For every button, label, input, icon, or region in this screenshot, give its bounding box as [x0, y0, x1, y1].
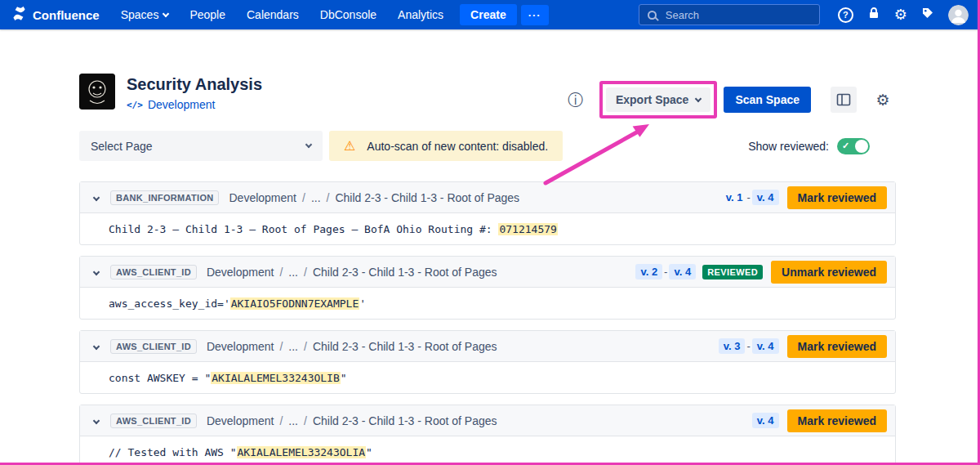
version-from-link[interactable]: v. 3 [719, 338, 746, 354]
finding-card-4: AWS_CLIENT_ID Development / ... / Child … [79, 405, 896, 465]
nav-spaces-label: Spaces [121, 8, 159, 21]
help-icon[interactable]: ? [838, 7, 853, 23]
confluence-mark-icon [11, 6, 27, 24]
main-content: Security Analysis </> Development ⓘ Expo… [0, 29, 980, 465]
version-to-link[interactable]: v. 4 [669, 264, 696, 279]
toggle-knob [855, 140, 868, 153]
sidebar-layout-button[interactable] [831, 87, 857, 113]
annotation-highlight-box: Export Space [599, 81, 717, 118]
version-to-link[interactable]: v. 4 [752, 190, 779, 205]
more-button[interactable]: ··· [521, 5, 549, 25]
collapse-chevron-icon[interactable] [93, 417, 100, 423]
info-icon[interactable]: ⓘ [568, 92, 583, 108]
chevron-down-icon [305, 141, 312, 148]
code-post: " [341, 372, 347, 384]
finding-snippet: // Tested with AWS "AKIALALEMEL33243OLIA… [80, 436, 895, 465]
version-separator: - [746, 340, 750, 352]
mark-reviewed-button[interactable]: Mark reviewed [787, 186, 888, 209]
show-reviewed-label: Show reviewed: [748, 140, 829, 153]
breadcrumb-ellipsis[interactable]: ... [311, 191, 321, 204]
export-space-button[interactable]: Export Space [606, 87, 710, 112]
breadcrumb-ellipsis[interactable]: ... [288, 340, 298, 353]
finding-breadcrumb: Development / ... / Child 2-3 - Child 1-… [207, 414, 497, 427]
nav-spaces[interactable]: Spaces [121, 8, 169, 21]
breadcrumb-space-link[interactable]: Development [229, 191, 296, 204]
breadcrumb-separator: / [302, 191, 305, 204]
breadcrumb-ellipsis[interactable]: ... [288, 414, 298, 427]
breadcrumb-space-link[interactable]: Development [207, 414, 274, 427]
tag-icon[interactable] [921, 7, 934, 23]
breadcrumb-separator: / [304, 340, 307, 353]
gear-icon: ⚙ [875, 92, 889, 108]
breadcrumb-separator: / [304, 414, 307, 427]
search-input[interactable] [664, 8, 811, 22]
finding-type-badge: BANK_INFORMATION [110, 190, 219, 205]
mark-reviewed-button[interactable]: Mark reviewed [787, 409, 888, 432]
breadcrumb-separator: / [279, 414, 283, 427]
breadcrumb-page-link[interactable]: Child 2-3 - Child 1-3 - Root of Pages [313, 340, 497, 353]
code-post: " [366, 446, 372, 458]
space-avatar[interactable] [79, 74, 115, 110]
page-header-left: Security Analysis </> Development [79, 74, 262, 126]
lock-icon[interactable] [867, 7, 880, 23]
code-match-highlight: AKIAIO5FODNN7EXAMPLE [230, 297, 360, 310]
nav-dbconsole-label: DbConsole [320, 8, 376, 21]
finding-breadcrumb: Development / ... / Child 2-3 - Child 1-… [207, 340, 497, 353]
nav-icon-group: ? ⚙ [838, 5, 969, 25]
layout-panel-icon [835, 92, 852, 108]
create-button[interactable]: Create [460, 4, 517, 25]
version-from-link[interactable]: v. 1 [724, 190, 746, 205]
version-separator: - [746, 191, 750, 203]
code-line: // Tested with AWS "AKIALALEMEL33243OLIA… [109, 446, 372, 458]
version-separator: - [664, 266, 667, 278]
breadcrumb-ellipsis[interactable]: ... [288, 266, 298, 279]
nav-people[interactable]: People [189, 8, 225, 21]
nav-calendars[interactable]: Calendars [247, 8, 299, 21]
reviewed-badge: REVIEWED [702, 265, 763, 279]
finding-header: AWS_CLIENT_ID Development / ... / Child … [80, 331, 895, 362]
breadcrumb-space-link[interactable]: Development [207, 340, 274, 353]
nav-calendars-label: Calendars [247, 8, 299, 21]
check-icon: ✓ [842, 141, 849, 151]
confluence-logo[interactable]: Confluence [11, 6, 100, 24]
finding-header: AWS_CLIENT_ID Development / ... / Child … [80, 257, 895, 288]
unmark-reviewed-button[interactable]: Unmark reviewed [771, 261, 887, 284]
filter-toolbar: Select Page ⚠ Auto-scan of new content: … [79, 131, 896, 161]
top-nav: Confluence Spaces People Calendars DbCon… [0, 0, 980, 29]
show-reviewed-toggle[interactable]: ✓ [837, 138, 870, 154]
avatar[interactable] [948, 5, 969, 25]
version-from-link[interactable]: v. 2 [635, 264, 662, 279]
collapse-chevron-icon[interactable] [93, 342, 100, 349]
breadcrumb-page-link[interactable]: Child 2-3 - Child 1-3 - Root of Pages [313, 414, 497, 427]
settings-button[interactable]: ⚙ [870, 87, 896, 113]
mark-reviewed-button[interactable]: Mark reviewed [787, 335, 888, 358]
space-link[interactable]: Development [148, 98, 216, 111]
version-to-link[interactable]: v. 4 [752, 338, 779, 354]
code-line: const AWSKEY = "AKIALALEMEL33243OLIB" [109, 372, 347, 384]
page-select-dropdown[interactable]: Select Page [79, 131, 323, 161]
collapse-chevron-icon[interactable] [93, 268, 100, 275]
app-window: Confluence Spaces People Calendars DbCon… [0, 0, 980, 465]
code-pre: // Tested with AWS " [109, 446, 237, 458]
code-pre: Child 2-3 – Child 1-3 – Root of Pages – … [109, 223, 498, 235]
primary-nav: Spaces People Calendars DbConsole Analyt… [121, 8, 443, 21]
scan-space-button[interactable]: Scan Space [724, 87, 811, 113]
chevron-down-icon [695, 95, 702, 101]
code-pre: const AWSKEY = " [109, 372, 211, 384]
breadcrumb-page-link[interactable]: Child 2-3 - Child 1-3 - Root of Pages [335, 191, 519, 204]
finding-breadcrumb: Development / ... / Child 2-3 - Child 1-… [207, 266, 497, 279]
brand-name: Confluence [33, 8, 100, 22]
version-to-link[interactable]: v. 4 [752, 413, 779, 428]
page-title: Security Analysis [127, 74, 262, 95]
breadcrumb-separator: / [327, 191, 330, 204]
code-post: ' [359, 297, 366, 310]
warning-text: Auto-scan of new content: disabled. [367, 140, 548, 153]
gear-icon[interactable]: ⚙ [894, 7, 907, 22]
search-box[interactable] [639, 4, 820, 25]
collapse-chevron-icon[interactable] [93, 194, 100, 200]
nav-dbconsole[interactable]: DbConsole [320, 8, 376, 21]
nav-analytics[interactable]: Analytics [398, 8, 443, 21]
breadcrumb-page-link[interactable]: Child 2-3 - Child 1-3 - Root of Pages [313, 266, 497, 279]
breadcrumb-space-link[interactable]: Development [207, 266, 274, 279]
warning-banner: ⚠ Auto-scan of new content: disabled. [329, 131, 563, 161]
